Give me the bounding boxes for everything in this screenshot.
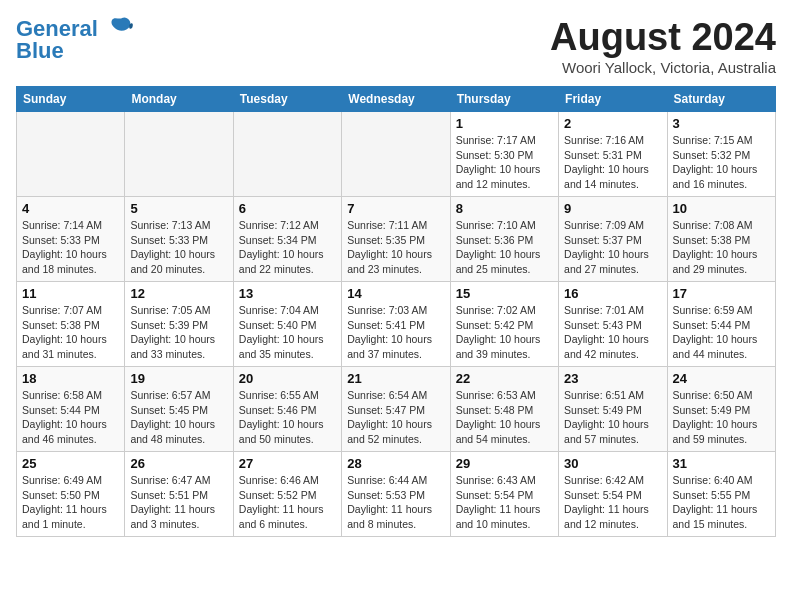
day-info: Sunrise: 6:51 AMSunset: 5:49 PMDaylight:… [564,388,661,447]
day-cell-28-3: 28Sunrise: 6:44 AMSunset: 5:53 PMDayligh… [342,452,450,537]
day-info: Sunrise: 7:01 AMSunset: 5:43 PMDaylight:… [564,303,661,362]
day-number: 10 [673,201,770,216]
day-info: Sunrise: 6:42 AMSunset: 5:54 PMDaylight:… [564,473,661,532]
day-info: Sunrise: 7:03 AMSunset: 5:41 PMDaylight:… [347,303,444,362]
day-cell-22-4: 22Sunrise: 6:53 AMSunset: 5:48 PMDayligh… [450,367,558,452]
day-cell-empty-3 [342,112,450,197]
day-info: Sunrise: 7:15 AMSunset: 5:32 PMDaylight:… [673,133,770,192]
day-cell-31-6: 31Sunrise: 6:40 AMSunset: 5:55 PMDayligh… [667,452,775,537]
day-cell-3-6: 3Sunrise: 7:15 AMSunset: 5:32 PMDaylight… [667,112,775,197]
header-friday: Friday [559,87,667,112]
day-number: 19 [130,371,227,386]
day-info: Sunrise: 7:11 AMSunset: 5:35 PMDaylight:… [347,218,444,277]
location: Woori Yallock, Victoria, Australia [550,59,776,76]
day-info: Sunrise: 7:08 AMSunset: 5:38 PMDaylight:… [673,218,770,277]
week-row-1: 1Sunrise: 7:17 AMSunset: 5:30 PMDaylight… [17,112,776,197]
day-cell-4-0: 4Sunrise: 7:14 AMSunset: 5:33 PMDaylight… [17,197,125,282]
day-info: Sunrise: 6:49 AMSunset: 5:50 PMDaylight:… [22,473,119,532]
day-cell-5-1: 5Sunrise: 7:13 AMSunset: 5:33 PMDaylight… [125,197,233,282]
day-cell-30-5: 30Sunrise: 6:42 AMSunset: 5:54 PMDayligh… [559,452,667,537]
day-number: 6 [239,201,336,216]
header-monday: Monday [125,87,233,112]
day-cell-21-3: 21Sunrise: 6:54 AMSunset: 5:47 PMDayligh… [342,367,450,452]
day-number: 15 [456,286,553,301]
header-saturday: Saturday [667,87,775,112]
day-info: Sunrise: 6:46 AMSunset: 5:52 PMDaylight:… [239,473,336,532]
day-number: 28 [347,456,444,471]
day-number: 27 [239,456,336,471]
day-cell-11-0: 11Sunrise: 7:07 AMSunset: 5:38 PMDayligh… [17,282,125,367]
day-number: 3 [673,116,770,131]
week-row-2: 4Sunrise: 7:14 AMSunset: 5:33 PMDaylight… [17,197,776,282]
day-cell-20-2: 20Sunrise: 6:55 AMSunset: 5:46 PMDayligh… [233,367,341,452]
logo-bird-icon [102,16,134,42]
day-info: Sunrise: 7:07 AMSunset: 5:38 PMDaylight:… [22,303,119,362]
day-number: 11 [22,286,119,301]
header: General Blue August 2024 Woori Yallock, … [16,16,776,76]
day-info: Sunrise: 7:10 AMSunset: 5:36 PMDaylight:… [456,218,553,277]
calendar: SundayMondayTuesdayWednesdayThursdayFrid… [16,86,776,537]
day-info: Sunrise: 6:44 AMSunset: 5:53 PMDaylight:… [347,473,444,532]
day-cell-12-1: 12Sunrise: 7:05 AMSunset: 5:39 PMDayligh… [125,282,233,367]
day-cell-27-2: 27Sunrise: 6:46 AMSunset: 5:52 PMDayligh… [233,452,341,537]
day-cell-24-6: 24Sunrise: 6:50 AMSunset: 5:49 PMDayligh… [667,367,775,452]
day-info: Sunrise: 6:57 AMSunset: 5:45 PMDaylight:… [130,388,227,447]
week-row-3: 11Sunrise: 7:07 AMSunset: 5:38 PMDayligh… [17,282,776,367]
day-number: 17 [673,286,770,301]
day-cell-1-4: 1Sunrise: 7:17 AMSunset: 5:30 PMDaylight… [450,112,558,197]
week-row-4: 18Sunrise: 6:58 AMSunset: 5:44 PMDayligh… [17,367,776,452]
day-number: 18 [22,371,119,386]
day-number: 5 [130,201,227,216]
logo-blue: Blue [16,38,64,64]
day-info: Sunrise: 6:59 AMSunset: 5:44 PMDaylight:… [673,303,770,362]
day-number: 16 [564,286,661,301]
day-cell-29-4: 29Sunrise: 6:43 AMSunset: 5:54 PMDayligh… [450,452,558,537]
day-info: Sunrise: 7:05 AMSunset: 5:39 PMDaylight:… [130,303,227,362]
day-number: 7 [347,201,444,216]
day-cell-empty-2 [233,112,341,197]
day-info: Sunrise: 7:17 AMSunset: 5:30 PMDaylight:… [456,133,553,192]
day-number: 14 [347,286,444,301]
day-cell-19-1: 19Sunrise: 6:57 AMSunset: 5:45 PMDayligh… [125,367,233,452]
day-info: Sunrise: 6:55 AMSunset: 5:46 PMDaylight:… [239,388,336,447]
day-number: 24 [673,371,770,386]
day-number: 8 [456,201,553,216]
day-number: 4 [22,201,119,216]
day-number: 23 [564,371,661,386]
day-cell-10-6: 10Sunrise: 7:08 AMSunset: 5:38 PMDayligh… [667,197,775,282]
day-number: 29 [456,456,553,471]
day-number: 25 [22,456,119,471]
day-cell-6-2: 6Sunrise: 7:12 AMSunset: 5:34 PMDaylight… [233,197,341,282]
day-info: Sunrise: 6:43 AMSunset: 5:54 PMDaylight:… [456,473,553,532]
day-cell-7-3: 7Sunrise: 7:11 AMSunset: 5:35 PMDaylight… [342,197,450,282]
day-cell-18-0: 18Sunrise: 6:58 AMSunset: 5:44 PMDayligh… [17,367,125,452]
day-number: 1 [456,116,553,131]
day-cell-26-1: 26Sunrise: 6:47 AMSunset: 5:51 PMDayligh… [125,452,233,537]
header-wednesday: Wednesday [342,87,450,112]
day-info: Sunrise: 7:14 AMSunset: 5:33 PMDaylight:… [22,218,119,277]
day-info: Sunrise: 7:09 AMSunset: 5:37 PMDaylight:… [564,218,661,277]
day-cell-23-5: 23Sunrise: 6:51 AMSunset: 5:49 PMDayligh… [559,367,667,452]
day-info: Sunrise: 7:04 AMSunset: 5:40 PMDaylight:… [239,303,336,362]
day-cell-13-2: 13Sunrise: 7:04 AMSunset: 5:40 PMDayligh… [233,282,341,367]
day-number: 26 [130,456,227,471]
header-sunday: Sunday [17,87,125,112]
logo: General Blue [16,16,134,64]
day-number: 13 [239,286,336,301]
day-info: Sunrise: 6:54 AMSunset: 5:47 PMDaylight:… [347,388,444,447]
day-number: 30 [564,456,661,471]
day-number: 12 [130,286,227,301]
day-info: Sunrise: 7:12 AMSunset: 5:34 PMDaylight:… [239,218,336,277]
day-cell-16-5: 16Sunrise: 7:01 AMSunset: 5:43 PMDayligh… [559,282,667,367]
day-cell-8-4: 8Sunrise: 7:10 AMSunset: 5:36 PMDaylight… [450,197,558,282]
day-number: 9 [564,201,661,216]
day-number: 22 [456,371,553,386]
day-cell-17-6: 17Sunrise: 6:59 AMSunset: 5:44 PMDayligh… [667,282,775,367]
day-info: Sunrise: 7:16 AMSunset: 5:31 PMDaylight:… [564,133,661,192]
day-cell-9-5: 9Sunrise: 7:09 AMSunset: 5:37 PMDaylight… [559,197,667,282]
day-number: 2 [564,116,661,131]
day-cell-25-0: 25Sunrise: 6:49 AMSunset: 5:50 PMDayligh… [17,452,125,537]
day-cell-15-4: 15Sunrise: 7:02 AMSunset: 5:42 PMDayligh… [450,282,558,367]
day-info: Sunrise: 6:47 AMSunset: 5:51 PMDaylight:… [130,473,227,532]
calendar-header-row: SundayMondayTuesdayWednesdayThursdayFrid… [17,87,776,112]
